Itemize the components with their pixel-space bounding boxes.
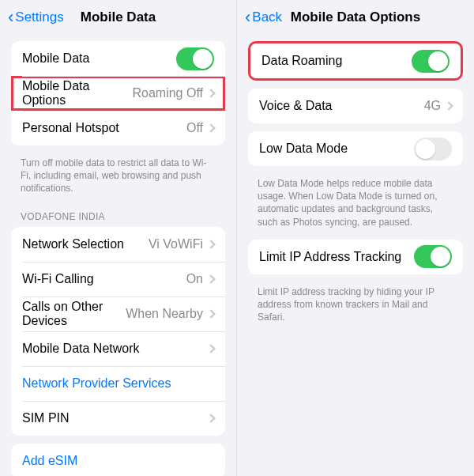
chevron-right-icon xyxy=(206,274,215,283)
row-voice-data[interactable]: Voice & Data 4G xyxy=(248,89,463,123)
row-network-selection[interactable]: Network Selection Vi VoWiFi xyxy=(11,227,225,262)
value: 4G xyxy=(424,99,441,113)
toggle-knob xyxy=(193,49,213,69)
row-calls-other-devices[interactable]: Calls on Other Devices When Nearby xyxy=(11,297,225,331)
chevron-left-icon: ‹ xyxy=(8,9,13,26)
value: Vi VoWiFi xyxy=(149,237,203,251)
label: Calls on Other Devices xyxy=(22,300,126,328)
back-label: Back xyxy=(252,9,282,25)
mobile-data-options-pane: ‹ Back Mobile Data Options Data Roaming … xyxy=(237,0,474,476)
row-sim-pin[interactable]: SIM PIN xyxy=(11,401,225,436)
label: Add eSIM xyxy=(22,454,214,468)
content-scroll: Mobile Data Mobile Data Options Roaming … xyxy=(0,35,236,476)
label: Personal Hotspot xyxy=(22,121,186,135)
nav-bar: ‹ Back Mobile Data Options xyxy=(237,0,474,35)
group-voice-data: Voice & Data 4G xyxy=(248,89,463,123)
group-limit-ip: Limit IP Address Tracking xyxy=(248,240,463,274)
label: Mobile Data xyxy=(22,51,176,66)
footer-low-data: Low Data Mode helps reduce mobile data u… xyxy=(237,174,474,240)
row-mobile-data-options[interactable]: Mobile Data Options Roaming Off xyxy=(11,76,225,111)
toggle-knob xyxy=(431,247,450,266)
value: Roaming Off xyxy=(132,86,203,100)
chevron-right-icon xyxy=(206,309,215,318)
label: Mobile Data Options xyxy=(22,79,132,108)
chevron-right-icon xyxy=(206,89,215,97)
label: Data Roaming xyxy=(261,54,412,68)
row-data-roaming[interactable]: Data Roaming xyxy=(250,43,461,78)
row-add-esim[interactable]: Add eSIM xyxy=(11,444,225,476)
row-network-provider-services[interactable]: Network Provider Services xyxy=(11,366,225,401)
back-label: Settings xyxy=(15,9,63,25)
group-data-roaming: Data Roaming xyxy=(248,41,463,81)
chevron-left-icon: ‹ xyxy=(245,9,250,26)
toggle-limit-ip[interactable] xyxy=(414,245,452,268)
label: Voice & Data xyxy=(259,99,424,113)
value: When Nearby xyxy=(126,307,203,321)
value: Off xyxy=(186,121,203,135)
chevron-right-icon xyxy=(444,101,453,110)
toggle-knob xyxy=(428,51,448,71)
group-main: Mobile Data Mobile Data Options Roaming … xyxy=(11,41,225,145)
row-wifi-calling[interactable]: Wi-Fi Calling On xyxy=(11,262,225,297)
label: Network Provider Services xyxy=(22,376,214,391)
row-personal-hotspot[interactable]: Personal Hotspot Off xyxy=(11,111,225,145)
chevron-right-icon xyxy=(206,344,215,353)
row-mobile-data[interactable]: Mobile Data xyxy=(11,41,225,76)
label: SIM PIN xyxy=(22,411,208,425)
value: On xyxy=(186,272,203,286)
toggle-knob xyxy=(416,139,435,159)
nav-bar: ‹ Settings Mobile Data xyxy=(0,0,236,35)
group-low-data: Low Data Mode xyxy=(248,131,463,166)
toggle-low-data[interactable] xyxy=(414,138,452,161)
group-esim: Add eSIM xyxy=(11,444,225,476)
settings-mobile-data-pane: ‹ Settings Mobile Data Mobile Data Mobil… xyxy=(0,0,237,476)
label: Mobile Data Network xyxy=(22,342,208,356)
label: Low Data Mode xyxy=(259,142,414,156)
back-button[interactable]: ‹ Back xyxy=(245,9,282,26)
label: Wi-Fi Calling xyxy=(22,272,186,286)
section-header-vodafone: VODAFONE INDIA xyxy=(0,206,236,227)
label: Limit IP Address Tracking xyxy=(259,250,414,264)
back-button[interactable]: ‹ Settings xyxy=(8,9,64,26)
chevron-right-icon xyxy=(206,240,215,248)
footer-text: Turn off mobile data to restrict all dat… xyxy=(0,153,236,206)
toggle-data-roaming[interactable] xyxy=(412,50,450,73)
footer-limit-ip: Limit IP address tracking by hiding your… xyxy=(237,282,474,335)
row-mobile-data-network[interactable]: Mobile Data Network xyxy=(11,331,225,366)
group-vodafone: Network Selection Vi VoWiFi Wi-Fi Callin… xyxy=(11,227,225,436)
toggle-mobile-data[interactable] xyxy=(176,47,214,70)
content-scroll: Data Roaming Voice & Data 4G Low Data Mo… xyxy=(237,35,474,476)
chevron-right-icon xyxy=(206,123,215,132)
chevron-right-icon xyxy=(206,414,215,422)
row-low-data-mode[interactable]: Low Data Mode xyxy=(248,131,463,166)
row-limit-ip-tracking[interactable]: Limit IP Address Tracking xyxy=(248,240,463,274)
label: Network Selection xyxy=(22,237,149,251)
